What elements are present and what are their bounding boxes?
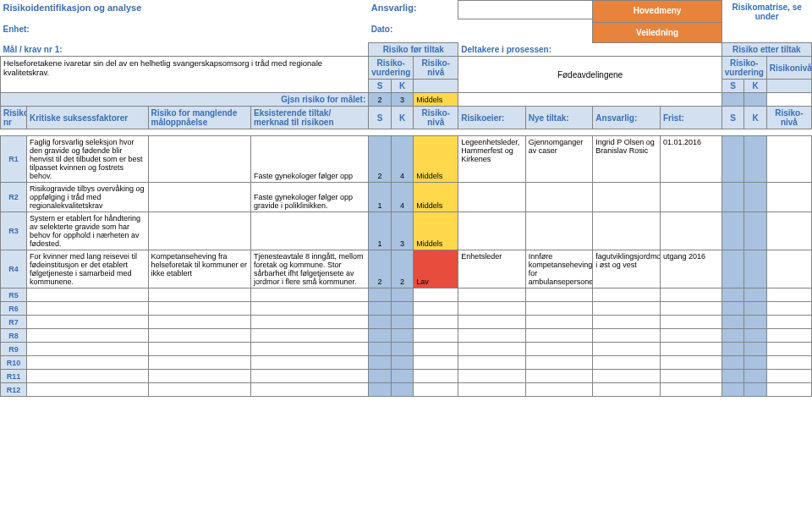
k-cell[interactable] [391,383,414,397]
mang-cell[interactable] [148,212,251,250]
nye-cell[interactable]: Innføre kompetanseheving/kurs for ambula… [525,250,593,288]
s-cell[interactable] [369,356,392,370]
s2-cell[interactable] [721,250,744,288]
ans-cell[interactable] [593,212,661,250]
frist-cell[interactable]: 01.01.2016 [660,136,721,183]
k2-cell[interactable] [744,288,767,302]
ans-cell[interactable] [593,302,661,316]
ans-cell[interactable] [593,343,661,356]
k-cell[interactable] [391,370,414,383]
ans-cell[interactable] [593,383,661,397]
eier-cell[interactable] [458,316,526,329]
nye-cell[interactable] [525,329,593,343]
frist-cell[interactable] [660,302,721,316]
k2-cell[interactable] [744,136,767,183]
k2-cell[interactable] [744,302,767,316]
krit-cell[interactable]: For kvinner med lang reisevei til fødein… [26,250,148,288]
s2-cell[interactable] [721,212,744,250]
s-cell[interactable]: 1 [369,212,392,250]
k2-cell[interactable] [744,343,767,356]
eier-cell[interactable] [458,356,526,370]
s-cell[interactable] [369,302,392,316]
s-cell[interactable] [369,316,392,329]
eier-cell[interactable]: Enhetsleder [458,250,526,288]
nye-cell[interactable] [525,316,593,329]
k-cell[interactable] [391,329,414,343]
mang-cell[interactable]: Kompetanseheving fra helseforetak til ko… [148,250,251,288]
s2-cell[interactable] [721,329,744,343]
ans-cell[interactable] [593,316,661,329]
frist-cell[interactable] [660,370,721,383]
eks-cell[interactable] [251,302,369,316]
eks-cell[interactable] [251,383,369,397]
mang-cell[interactable] [148,302,251,316]
k2-cell[interactable] [744,250,767,288]
k-cell[interactable] [391,302,414,316]
k2-cell[interactable] [744,383,767,397]
s2-cell[interactable] [721,302,744,316]
nye-cell[interactable] [525,288,593,302]
ans-cell[interactable]: Ingrid P Olsen og Branislav Rosic [593,136,661,183]
krit-cell[interactable] [26,383,148,397]
hovedmeny-button[interactable]: Hovedmeny [593,1,721,23]
ans-cell[interactable]: fagutviklingsjordmor, i øst og vest [593,250,661,288]
krit-cell[interactable]: Risikogravide tilbys overvåking og oppfø… [26,183,148,212]
krit-cell[interactable] [26,316,148,329]
ansvarlig-input[interactable] [458,1,593,19]
s2-cell[interactable] [721,343,744,356]
eier-cell[interactable] [458,370,526,383]
eks-cell[interactable] [251,329,369,343]
ans-cell[interactable] [593,370,661,383]
ans-cell[interactable] [593,183,661,212]
veiledning-button[interactable]: Veiledning [593,23,721,43]
eier-cell[interactable] [458,183,526,212]
frist-cell[interactable] [660,329,721,343]
ans-cell[interactable] [593,288,661,302]
eks-cell[interactable]: Tjenesteavtale 8 inngått, mellom foretak… [251,250,369,288]
krit-cell[interactable]: System er etablert for håndtering av sel… [26,212,148,250]
k-cell[interactable]: 4 [391,136,414,183]
s-cell[interactable]: 1 [369,183,392,212]
frist-cell[interactable] [660,183,721,212]
k2-cell[interactable] [744,212,767,250]
eks-cell[interactable] [251,356,369,370]
frist-cell[interactable] [660,316,721,329]
eier-cell[interactable] [458,383,526,397]
mang-cell[interactable] [148,383,251,397]
s2-cell[interactable] [721,136,744,183]
mang-cell[interactable] [148,136,251,183]
nye-cell[interactable] [525,356,593,370]
s-cell[interactable]: 2 [369,136,392,183]
s-cell[interactable] [369,370,392,383]
krit-cell[interactable] [26,302,148,316]
eks-cell[interactable] [251,316,369,329]
eks-cell[interactable] [251,212,369,250]
eier-cell[interactable] [458,212,526,250]
frist-cell[interactable]: utgang 2016 [660,250,721,288]
s2-cell[interactable] [721,288,744,302]
k-cell[interactable] [391,316,414,329]
k-cell[interactable] [391,288,414,302]
eks-cell[interactable]: Faste gynekologer følger opp [251,136,369,183]
krit-cell[interactable] [26,356,148,370]
krit-cell[interactable] [26,343,148,356]
s-cell[interactable] [369,383,392,397]
krit-cell[interactable] [26,370,148,383]
s2-cell[interactable] [721,383,744,397]
nye-cell[interactable]: Gjennomganger av caser [525,136,593,183]
s-cell[interactable]: 2 [369,250,392,288]
k2-cell[interactable] [744,329,767,343]
krit-cell[interactable] [26,288,148,302]
frist-cell[interactable] [660,288,721,302]
nye-cell[interactable] [525,370,593,383]
eks-cell[interactable]: Faste gynekologer følger opp gravide i p… [251,183,369,212]
k2-cell[interactable] [744,316,767,329]
eks-cell[interactable] [251,370,369,383]
k-cell[interactable]: 2 [391,250,414,288]
s-cell[interactable] [369,343,392,356]
k-cell[interactable]: 4 [391,183,414,212]
mang-cell[interactable] [148,183,251,212]
k-cell[interactable]: 3 [391,212,414,250]
s-cell[interactable] [369,329,392,343]
krit-cell[interactable] [26,329,148,343]
